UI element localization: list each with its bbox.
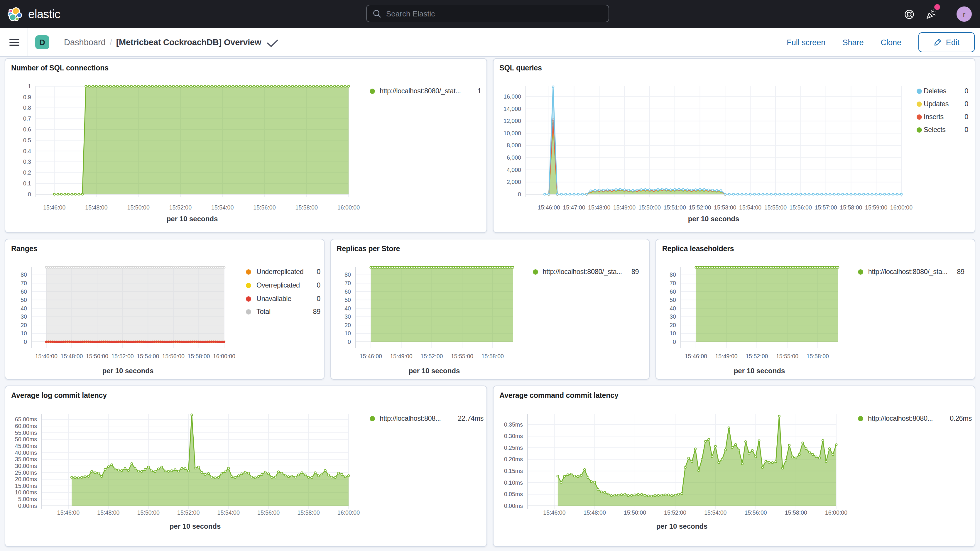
legend-item[interactable]: Inserts0 bbox=[916, 113, 968, 122]
svg-text:0.15ms: 0.15ms bbox=[504, 468, 523, 474]
timeseries-chart[interactable]: 0102030405060708015:46:0015:49:0015:52:0… bbox=[331, 239, 651, 380]
svg-text:0.3: 0.3 bbox=[23, 158, 31, 165]
app-badge-letter: D bbox=[39, 38, 45, 47]
svg-text:15:58:00: 15:58:00 bbox=[296, 204, 318, 211]
edit-button[interactable]: Edit bbox=[918, 32, 975, 52]
timeseries-chart[interactable]: 0.00ms0.05ms0.10ms0.15ms0.20ms0.25ms0.30… bbox=[493, 386, 976, 548]
svg-text:15:58:00: 15:58:00 bbox=[297, 510, 320, 516]
dashboard-row: Number of SQL connections00.10.20.30.40.… bbox=[5, 58, 975, 233]
help-button[interactable] bbox=[897, 0, 921, 28]
user-menu-button[interactable]: r bbox=[953, 0, 976, 28]
breadcrumb: Dashboard / [Metricbeat CockroachDB] Ove… bbox=[64, 28, 279, 56]
svg-text:50: 50 bbox=[21, 297, 27, 303]
svg-text:per 10 seconds: per 10 seconds bbox=[688, 215, 740, 223]
svg-text:0.5: 0.5 bbox=[23, 137, 31, 143]
svg-text:2,000: 2,000 bbox=[507, 179, 521, 185]
legend-item[interactable]: Overreplicated0 bbox=[246, 281, 320, 290]
elastic-wordmark: elastic bbox=[28, 7, 60, 21]
svg-text:0.8: 0.8 bbox=[23, 104, 31, 111]
legend-series-label: Inserts bbox=[924, 113, 943, 121]
svg-text:0.20ms: 0.20ms bbox=[504, 456, 523, 462]
legend-series-value: 22.74ms bbox=[458, 414, 484, 422]
legend-item[interactable]: Updates0 bbox=[916, 100, 968, 109]
legend-series-dot bbox=[246, 283, 251, 288]
full-screen-button[interactable]: Full screen bbox=[787, 38, 826, 47]
legend-series-dot bbox=[858, 416, 863, 421]
legend-item[interactable]: http://localhost:8080...0.26ms bbox=[858, 414, 972, 424]
svg-text:0: 0 bbox=[347, 339, 351, 345]
clone-button[interactable]: Clone bbox=[881, 38, 901, 47]
svg-text:15:48:00: 15:48:00 bbox=[60, 353, 83, 360]
svg-text:15:46:00: 15:46:00 bbox=[43, 204, 65, 211]
menu-toggle-button[interactable] bbox=[10, 39, 19, 46]
svg-text:15:54:00: 15:54:00 bbox=[211, 204, 234, 211]
svg-text:16:00:00: 16:00:00 bbox=[337, 204, 360, 211]
legend-item[interactable]: Total89 bbox=[246, 308, 320, 317]
legend-series-dot bbox=[370, 89, 375, 94]
legend-item[interactable]: http://localhost:8080/_sta...89 bbox=[858, 268, 964, 277]
svg-text:0.4: 0.4 bbox=[23, 148, 31, 154]
legend-item[interactable]: Deletes0 bbox=[916, 87, 968, 96]
timeseries-chart[interactable]: 0.00ms5.00ms10.00ms15.00ms20.00ms25.00ms… bbox=[5, 386, 488, 548]
svg-text:0.10ms: 0.10ms bbox=[504, 479, 523, 486]
svg-text:15:46:00: 15:46:00 bbox=[360, 353, 382, 360]
svg-text:80: 80 bbox=[344, 271, 351, 278]
svg-text:15:46:00: 15:46:00 bbox=[543, 510, 565, 516]
svg-text:60.00ms: 60.00ms bbox=[15, 423, 37, 429]
legend-item[interactable]: Selects0 bbox=[916, 126, 968, 135]
timeseries-chart[interactable]: 0102030405060708015:46:0015:49:0015:52:0… bbox=[656, 239, 976, 380]
legend-item[interactable]: http://localhost:8080/_sta...89 bbox=[533, 268, 639, 277]
search-input[interactable] bbox=[382, 8, 609, 19]
svg-text:20: 20 bbox=[344, 322, 351, 328]
svg-text:15:50:00: 15:50:00 bbox=[638, 204, 661, 211]
edit-button-label: Edit bbox=[946, 38, 960, 47]
party-popper-icon bbox=[926, 8, 937, 20]
legend-item[interactable]: Unavailable0 bbox=[246, 294, 320, 304]
svg-text:10: 10 bbox=[344, 330, 351, 336]
svg-text:50: 50 bbox=[670, 297, 676, 303]
legend-item[interactable]: Underreplicated0 bbox=[246, 268, 320, 277]
elastic-logo[interactable]: elastic bbox=[0, 7, 60, 21]
svg-text:15:58:00: 15:58:00 bbox=[807, 353, 829, 360]
legend-item[interactable]: http://localhost:808...22.74ms bbox=[370, 414, 484, 424]
svg-text:0.1: 0.1 bbox=[23, 180, 31, 186]
legend-series-value: 0 bbox=[317, 294, 320, 303]
panel-average-command-commit-latency: Average command commit latency0.00ms0.05… bbox=[493, 385, 975, 547]
svg-text:0.00ms: 0.00ms bbox=[18, 503, 37, 509]
svg-text:16,000: 16,000 bbox=[503, 93, 521, 100]
news-feed-button[interactable] bbox=[920, 0, 943, 28]
legend-series-value: 0 bbox=[964, 87, 968, 95]
share-button[interactable]: Share bbox=[842, 38, 864, 47]
timeseries-chart[interactable]: 00.10.20.30.40.50.60.70.80.9115:46:0015:… bbox=[5, 59, 488, 234]
title-check-icon[interactable] bbox=[266, 39, 279, 47]
svg-text:0.6: 0.6 bbox=[23, 126, 31, 133]
dashboard-app-badge[interactable]: D bbox=[35, 35, 49, 49]
svg-text:15:58:00: 15:58:00 bbox=[188, 353, 210, 360]
legend-series-label: Underreplicated bbox=[256, 268, 304, 276]
legend-series-dot bbox=[858, 269, 864, 275]
svg-text:0.2: 0.2 bbox=[23, 169, 31, 176]
svg-text:15:47:00: 15:47:00 bbox=[563, 204, 585, 211]
notification-dot bbox=[934, 4, 940, 10]
legend-series-value: 89 bbox=[632, 268, 639, 276]
legend-item[interactable]: http://localhost:8080/_stat...1 bbox=[370, 87, 481, 96]
svg-text:15:46:00: 15:46:00 bbox=[538, 204, 560, 211]
timeseries-chart[interactable]: 02,0004,0006,0008,00010,00012,00014,0001… bbox=[493, 59, 976, 234]
breadcrumb-dashboard-link[interactable]: Dashboard bbox=[64, 38, 106, 47]
svg-text:0.35ms: 0.35ms bbox=[504, 421, 523, 428]
svg-text:0: 0 bbox=[518, 191, 521, 197]
svg-text:65.00ms: 65.00ms bbox=[15, 416, 37, 422]
legend-series-dot bbox=[916, 115, 922, 120]
svg-text:15:56:00: 15:56:00 bbox=[253, 204, 275, 211]
svg-text:15:54:00: 15:54:00 bbox=[704, 510, 727, 516]
svg-text:40: 40 bbox=[344, 305, 351, 312]
svg-text:15:58:00: 15:58:00 bbox=[481, 353, 503, 360]
legend-series-label: http://localhost:8080/_sta... bbox=[542, 268, 622, 276]
global-search[interactable] bbox=[366, 5, 609, 22]
legend-series-value: 0 bbox=[964, 100, 968, 108]
user-avatar: r bbox=[956, 6, 972, 22]
svg-text:0: 0 bbox=[673, 339, 676, 345]
svg-text:70: 70 bbox=[670, 280, 676, 287]
svg-text:80: 80 bbox=[21, 271, 27, 278]
svg-text:10: 10 bbox=[670, 330, 676, 336]
